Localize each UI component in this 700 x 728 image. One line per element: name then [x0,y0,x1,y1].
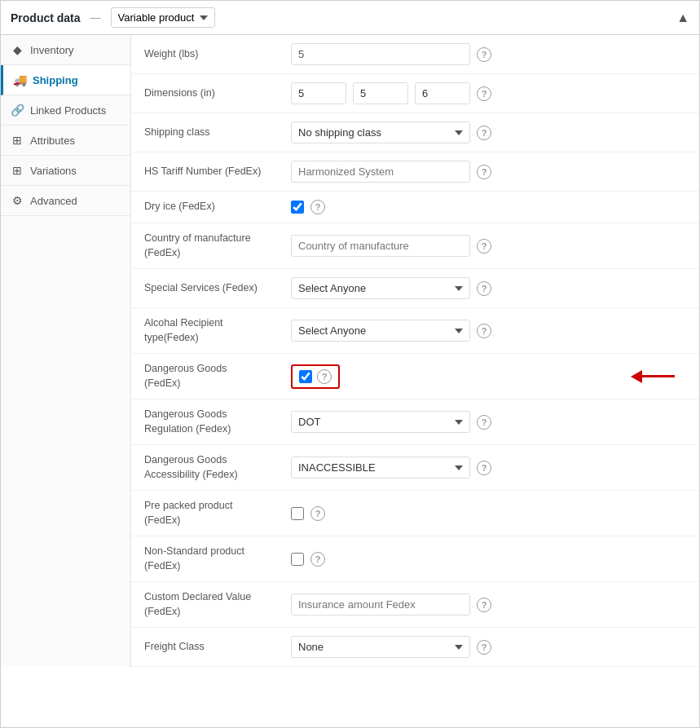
freight-class-help-icon[interactable]: ? [477,640,491,655]
alcohol-help-icon[interactable]: ? [477,324,491,338]
country-input[interactable] [291,235,470,257]
dangerous-goods-label: Dangerous Goods (FedEx) [131,354,278,399]
shipping-class-row: Shipping class No shipping class Standar… [131,113,699,152]
dg-regulation-field-row: DOT IATA ADR ? [291,411,686,433]
dg-regulation-help-icon[interactable]: ? [477,415,491,430]
dg-accessibility-label: Dangerous Goods Accessibility (Fedex) [131,445,278,491]
shipping-class-field-row: No shipping class Standard Express ? [291,121,686,143]
dg-accessibility-row: Dangerous Goods Accessibility (Fedex) IN… [131,445,699,491]
dry-ice-checkbox[interactable] [291,201,304,214]
dangerous-goods-checkbox[interactable] [299,370,312,383]
sidebar: ◆ Inventory 🚚 Shipping 🔗 Linked Products… [1,35,131,667]
dg-accessibility-field-row: INACCESSIBLE ACCESSIBLE ? [291,457,686,479]
advanced-icon: ⚙ [11,194,24,207]
attributes-icon: ⊞ [11,134,24,147]
hs-tariff-field-row: ? [291,161,686,183]
dimensions-row: Dimensions (in) ? [131,74,699,113]
dry-ice-help-icon[interactable]: ? [310,200,325,214]
freight-class-label: Freight Class [131,628,278,667]
dg-regulation-label: Dangerous Goods Regulation (Fedex) [131,399,278,445]
dimension-height-input[interactable] [415,82,470,104]
non-standard-label: Non-Standard product (FedEx) [131,536,278,582]
dry-ice-label: Dry ice (FedEx) [131,192,278,223]
dimension-width-input[interactable] [353,82,408,104]
shipping-class-select[interactable]: No shipping class Standard Express [291,121,470,143]
custom-declared-input[interactable] [291,593,470,615]
freight-class-field-row: None 50 55 60 ? [291,636,686,658]
freight-class-row: Freight Class None 50 55 60 ? [131,628,699,667]
dangerous-goods-row: Dangerous Goods (FedEx) ? [131,354,699,399]
dangerous-goods-field-row: ? [291,364,686,389]
arrow-line [642,375,675,377]
hs-tariff-help-icon[interactable]: ? [477,165,491,179]
special-services-select[interactable]: Select Anyone ALCOHOL DANGEROUS_GOODS [291,277,470,299]
product-type-select[interactable]: Variable product [111,7,215,28]
product-data-panel: Product data — Variable product ▲ ◆ Inve… [0,0,700,728]
special-services-row: Special Services (Fedex) Select Anyone A… [131,269,699,308]
shipping-class-label: Shipping class [131,113,278,152]
sidebar-item-label: Advanced [30,195,77,207]
product-data-body: ◆ Inventory 🚚 Shipping 🔗 Linked Products… [1,35,699,667]
sidebar-item-shipping[interactable]: 🚚 Shipping [1,65,130,95]
weight-row: Weight (lbs) ? [131,35,699,74]
sidebar-item-label: Shipping [33,74,78,86]
weight-field-row: ? [291,43,686,65]
special-services-field-row: Select Anyone ALCOHOL DANGEROUS_GOODS ? [291,277,686,299]
non-standard-checkbox[interactable] [291,553,304,566]
alcohol-row: Alcohal Recipient type(Fedex) Select Any… [131,308,699,354]
weight-input[interactable] [291,43,470,65]
dg-accessibility-select[interactable]: INACCESSIBLE ACCESSIBLE [291,457,470,479]
dangerous-goods-highlight: ? [291,364,340,389]
shipping-form: Weight (lbs) ? Dimensions (in) [131,35,699,667]
sidebar-item-inventory[interactable]: ◆ Inventory [1,35,130,65]
sidebar-item-label: Attributes [30,135,75,147]
dangerous-goods-help-icon[interactable]: ? [317,369,332,384]
alcohol-select[interactable]: Select Anyone ADULT MINOR [291,320,470,342]
custom-declared-help-icon[interactable]: ? [477,598,491,612]
sidebar-item-variations[interactable]: ⊞ Variations [1,156,130,186]
dry-ice-row: Dry ice (FedEx) ? [131,192,699,223]
shipping-class-help-icon[interactable]: ? [477,126,491,140]
arrow-head [631,370,642,383]
non-standard-field-row: ? [291,552,686,567]
sidebar-item-attributes[interactable]: ⊞ Attributes [1,126,130,156]
dimensions-label: Dimensions (in) [131,74,278,113]
product-data-header: Product data — Variable product ▲ [1,1,699,35]
freight-class-select[interactable]: None 50 55 60 [291,636,470,658]
pre-packed-checkbox[interactable] [291,507,304,520]
special-services-help-icon[interactable]: ? [477,281,491,296]
dg-regulation-row: Dangerous Goods Regulation (Fedex) DOT I… [131,399,699,445]
country-field-row: ? [291,235,686,257]
custom-declared-field-row: ? [291,593,686,615]
hs-tariff-label: HS Tariff Number (FedEx) [131,152,278,192]
pre-packed-row: Pre packed product (FedEx) ? [131,491,699,536]
dimension-length-input[interactable] [291,82,346,104]
country-label: Country of manufacture (FedEx) [131,223,278,269]
sidebar-item-linked-products[interactable]: 🔗 Linked Products [1,95,130,126]
sidebar-item-advanced[interactable]: ⚙ Advanced [1,186,130,216]
hs-tariff-input[interactable] [291,161,470,183]
weight-help-icon[interactable]: ? [477,47,491,62]
special-services-label: Special Services (Fedex) [131,269,278,308]
dash: — [90,11,101,24]
country-help-icon[interactable]: ? [477,239,491,254]
dg-accessibility-help-icon[interactable]: ? [477,461,491,475]
sidebar-item-label: Inventory [30,44,73,56]
red-arrow-indicator [631,370,675,383]
main-content: Weight (lbs) ? Dimensions (in) [131,35,699,667]
weight-label: Weight (lbs) [131,35,278,74]
sidebar-item-label: Variations [30,165,77,177]
custom-declared-row: Custom Declared Value (FedEx) ? [131,582,699,628]
sidebar-item-label: Linked Products [30,104,106,117]
non-standard-help-icon[interactable]: ? [310,552,325,567]
alcohol-label: Alcohal Recipient type(Fedex) [131,308,278,354]
dimensions-help-icon[interactable]: ? [477,86,491,101]
pre-packed-help-icon[interactable]: ? [310,506,325,521]
dg-regulation-select[interactable]: DOT IATA ADR [291,411,470,433]
shipping-icon: 🚚 [13,73,26,86]
link-icon: 🔗 [11,104,24,117]
pre-packed-field-row: ? [291,506,686,521]
panel-title: Product data [11,11,81,24]
hs-tariff-row: HS Tariff Number (FedEx) ? [131,152,699,192]
collapse-button[interactable]: ▲ [676,11,689,25]
